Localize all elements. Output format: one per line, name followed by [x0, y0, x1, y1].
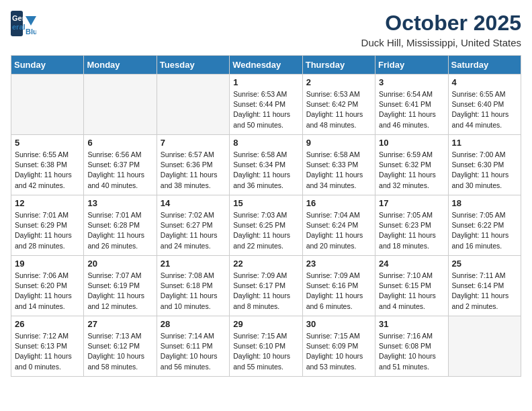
- day-detail: Sunrise: 7:00 AMSunset: 6:30 PMDaylight:…: [452, 150, 517, 191]
- calendar-cell: 26Sunrise: 7:12 AMSunset: 6:13 PMDayligh…: [11, 316, 84, 377]
- month-title: October 2025: [361, 11, 521, 36]
- day-number: 16: [306, 198, 371, 208]
- day-detail: Sunrise: 7:14 AMSunset: 6:11 PMDaylight:…: [161, 331, 226, 372]
- day-detail: Sunrise: 7:08 AMSunset: 6:18 PMDaylight:…: [161, 271, 226, 312]
- calendar-cell: 21Sunrise: 7:08 AMSunset: 6:18 PMDayligh…: [157, 256, 229, 316]
- weekday-header-row: SundayMondayTuesdayWednesdayThursdayFrid…: [11, 56, 521, 75]
- calendar-cell: 4Sunrise: 6:55 AMSunset: 6:40 PMDaylight…: [448, 75, 521, 135]
- day-detail: Sunrise: 6:53 AMSunset: 6:44 PMDaylight:…: [233, 89, 298, 130]
- day-number: 24: [379, 259, 444, 269]
- calendar-cell: 15Sunrise: 7:03 AMSunset: 6:25 PMDayligh…: [230, 195, 302, 256]
- calendar-cell: 11Sunrise: 7:00 AMSunset: 6:30 PMDayligh…: [448, 135, 521, 195]
- calendar-cell: [157, 75, 229, 135]
- day-number: 8: [233, 138, 298, 148]
- day-number: 28: [161, 319, 226, 329]
- day-number: 1: [233, 77, 298, 87]
- day-detail: Sunrise: 7:03 AMSunset: 6:25 PMDaylight:…: [233, 210, 298, 251]
- day-number: 4: [452, 77, 517, 87]
- day-detail: Sunrise: 7:12 AMSunset: 6:13 PMDaylight:…: [15, 331, 80, 372]
- calendar-cell: 19Sunrise: 7:06 AMSunset: 6:20 PMDayligh…: [11, 256, 84, 316]
- day-number: 30: [306, 319, 371, 329]
- day-detail: Sunrise: 7:16 AMSunset: 6:08 PMDaylight:…: [379, 331, 444, 372]
- day-detail: Sunrise: 6:58 AMSunset: 6:34 PMDaylight:…: [233, 150, 298, 191]
- calendar-cell: 12Sunrise: 7:01 AMSunset: 6:29 PMDayligh…: [11, 195, 84, 256]
- calendar-cell: 3Sunrise: 6:54 AMSunset: 6:41 PMDaylight…: [375, 75, 448, 135]
- logo: Gen eral Blue: [11, 11, 36, 36]
- weekday-header: Friday: [375, 56, 448, 75]
- day-detail: Sunrise: 7:02 AMSunset: 6:27 PMDaylight:…: [161, 210, 226, 251]
- weekday-header: Tuesday: [157, 56, 229, 75]
- calendar-week-row: 1Sunrise: 6:53 AMSunset: 6:44 PMDaylight…: [11, 75, 521, 135]
- day-number: 6: [87, 138, 152, 148]
- day-number: 3: [379, 77, 444, 87]
- logo-icon: Gen eral Blue: [11, 11, 36, 36]
- weekday-header: Wednesday: [230, 56, 302, 75]
- calendar-cell: 1Sunrise: 6:53 AMSunset: 6:44 PMDaylight…: [230, 75, 302, 135]
- day-detail: Sunrise: 6:58 AMSunset: 6:33 PMDaylight:…: [306, 150, 371, 191]
- day-number: 5: [15, 138, 80, 148]
- calendar-cell: 16Sunrise: 7:04 AMSunset: 6:24 PMDayligh…: [302, 195, 375, 256]
- calendar-cell: 5Sunrise: 6:55 AMSunset: 6:38 PMDaylight…: [11, 135, 84, 195]
- day-detail: Sunrise: 6:59 AMSunset: 6:32 PMDaylight:…: [379, 150, 444, 191]
- day-detail: Sunrise: 7:15 AMSunset: 6:10 PMDaylight:…: [233, 331, 298, 372]
- day-number: 19: [15, 259, 80, 269]
- day-number: 11: [452, 138, 517, 148]
- svg-text:Blue: Blue: [26, 28, 36, 36]
- title-block: October 2025 Duck Hill, Mississippi, Uni…: [361, 11, 521, 48]
- day-detail: Sunrise: 7:04 AMSunset: 6:24 PMDaylight:…: [306, 210, 371, 251]
- calendar-cell: 28Sunrise: 7:14 AMSunset: 6:11 PMDayligh…: [157, 316, 229, 377]
- calendar-cell: 17Sunrise: 7:05 AMSunset: 6:23 PMDayligh…: [375, 195, 448, 256]
- calendar-cell: 13Sunrise: 7:01 AMSunset: 6:28 PMDayligh…: [84, 195, 157, 256]
- day-number: 13: [87, 198, 152, 208]
- svg-text:eral: eral: [12, 23, 26, 31]
- calendar-cell: 23Sunrise: 7:09 AMSunset: 6:16 PMDayligh…: [302, 256, 375, 316]
- day-detail: Sunrise: 7:05 AMSunset: 6:23 PMDaylight:…: [379, 210, 444, 251]
- calendar-cell: 10Sunrise: 6:59 AMSunset: 6:32 PMDayligh…: [375, 135, 448, 195]
- day-number: 27: [87, 319, 152, 329]
- day-number: 26: [15, 319, 80, 329]
- weekday-header: Monday: [84, 56, 157, 75]
- calendar-cell: 6Sunrise: 6:56 AMSunset: 6:37 PMDaylight…: [84, 135, 157, 195]
- day-detail: Sunrise: 7:06 AMSunset: 6:20 PMDaylight:…: [15, 271, 80, 312]
- calendar-week-row: 26Sunrise: 7:12 AMSunset: 6:13 PMDayligh…: [11, 316, 521, 377]
- day-detail: Sunrise: 7:07 AMSunset: 6:19 PMDaylight:…: [87, 271, 152, 312]
- day-detail: Sunrise: 7:10 AMSunset: 6:15 PMDaylight:…: [379, 271, 444, 312]
- day-number: 15: [233, 198, 298, 208]
- day-number: 10: [379, 138, 444, 148]
- svg-text:Gen: Gen: [12, 14, 27, 22]
- calendar-cell: 9Sunrise: 6:58 AMSunset: 6:33 PMDaylight…: [302, 135, 375, 195]
- day-detail: Sunrise: 6:55 AMSunset: 6:40 PMDaylight:…: [452, 89, 517, 130]
- calendar-cell: [448, 316, 521, 377]
- calendar-cell: [84, 75, 157, 135]
- calendar-cell: 24Sunrise: 7:10 AMSunset: 6:15 PMDayligh…: [375, 256, 448, 316]
- day-detail: Sunrise: 7:11 AMSunset: 6:14 PMDaylight:…: [452, 271, 517, 312]
- day-detail: Sunrise: 7:15 AMSunset: 6:09 PMDaylight:…: [306, 331, 371, 372]
- day-number: 29: [233, 319, 298, 329]
- calendar-cell: 25Sunrise: 7:11 AMSunset: 6:14 PMDayligh…: [448, 256, 521, 316]
- weekday-header: Saturday: [448, 56, 521, 75]
- day-number: 2: [306, 77, 371, 87]
- day-detail: Sunrise: 6:54 AMSunset: 6:41 PMDaylight:…: [379, 89, 444, 130]
- calendar-week-row: 5Sunrise: 6:55 AMSunset: 6:38 PMDaylight…: [11, 135, 521, 195]
- calendar-cell: 20Sunrise: 7:07 AMSunset: 6:19 PMDayligh…: [84, 256, 157, 316]
- day-detail: Sunrise: 7:13 AMSunset: 6:12 PMDaylight:…: [87, 331, 152, 372]
- weekday-header: Thursday: [302, 56, 375, 75]
- day-detail: Sunrise: 7:01 AMSunset: 6:28 PMDaylight:…: [87, 210, 152, 251]
- day-detail: Sunrise: 6:57 AMSunset: 6:36 PMDaylight:…: [161, 150, 226, 191]
- calendar-cell: 22Sunrise: 7:09 AMSunset: 6:17 PMDayligh…: [230, 256, 302, 316]
- calendar-cell: 8Sunrise: 6:58 AMSunset: 6:34 PMDaylight…: [230, 135, 302, 195]
- day-number: 17: [379, 198, 444, 208]
- location-title: Duck Hill, Mississippi, United States: [361, 37, 521, 48]
- day-number: 14: [161, 198, 226, 208]
- day-detail: Sunrise: 7:09 AMSunset: 6:17 PMDaylight:…: [233, 271, 298, 312]
- page-header: Gen eral Blue October 2025 Duck Hill, Mi…: [11, 11, 521, 48]
- day-number: 25: [452, 259, 517, 269]
- day-detail: Sunrise: 7:09 AMSunset: 6:16 PMDaylight:…: [306, 271, 371, 312]
- calendar-table: SundayMondayTuesdayWednesdayThursdayFrid…: [11, 55, 521, 377]
- day-number: 22: [233, 259, 298, 269]
- calendar-cell: [11, 75, 84, 135]
- calendar-cell: 29Sunrise: 7:15 AMSunset: 6:10 PMDayligh…: [230, 316, 302, 377]
- day-number: 9: [306, 138, 371, 148]
- calendar-cell: 30Sunrise: 7:15 AMSunset: 6:09 PMDayligh…: [302, 316, 375, 377]
- day-number: 12: [15, 198, 80, 208]
